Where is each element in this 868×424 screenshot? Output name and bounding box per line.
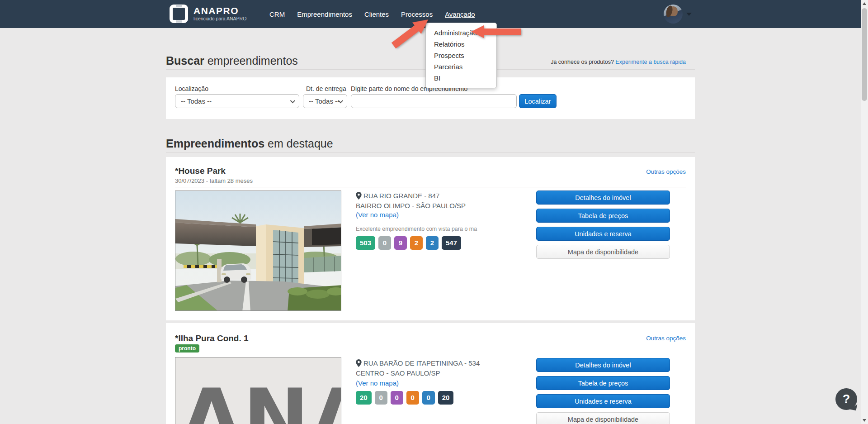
menu-item-bi[interactable]: BI [426, 72, 496, 84]
scrollbar-thumb[interactable] [862, 8, 867, 101]
property-photo-render [175, 191, 341, 311]
counter-badge: 0 [375, 391, 387, 405]
chevron-down-icon [686, 13, 692, 16]
counter-badge: 503 [356, 236, 375, 250]
unit-counters: 20 0 0 0 0 20 [356, 391, 453, 405]
address-line-1: RUA RIO GRANDE - 847 [356, 192, 439, 200]
property-photo-placeholder[interactable]: ANA [175, 357, 341, 424]
map-pin-icon [356, 192, 362, 200]
outras-opcoes-link[interactable]: Outras opções [646, 335, 686, 342]
help-button[interactable]: ? [835, 388, 857, 410]
scrollbar[interactable] [861, 0, 868, 424]
unidades-e-reserva-button[interactable]: Unidades e reserva [536, 394, 670, 408]
divider [175, 355, 686, 355]
scroll-up-arrow-icon[interactable] [861, 0, 868, 7]
promo-question: Já conhece os produtos? [551, 59, 615, 65]
unit-counters: 503 0 9 2 2 547 [356, 236, 461, 250]
avancado-dropdown-menu: Administração Relatórios Prospects Parce… [425, 23, 497, 88]
ver-no-mapa-link[interactable]: (Ver no mapa) [356, 379, 399, 387]
localizacao-select[interactable]: -- Todas -- [175, 94, 299, 108]
property-card: *Ilha Pura Cond. 1 pronto Outras opções … [166, 323, 695, 424]
counter-badge: 547 [442, 236, 461, 250]
menu-item-prospects[interactable]: Prospects [426, 50, 496, 61]
detalhes-do-imovel-button[interactable]: Detalhes do imóvel [536, 191, 670, 205]
anapro-logo-icon [170, 5, 188, 23]
outras-opcoes-link[interactable]: Outras opções [646, 168, 686, 175]
mapa-de-disponibilidade-button[interactable]: Mapa de disponibilidade [536, 245, 670, 259]
address-line-2: BAIRRO OLIMPO - SÃO PAULO/SP [356, 202, 466, 210]
street: RUA BARÃO DE ITAPETININGA - 534 [363, 359, 480, 367]
placeholder-logo-text: ANA [181, 378, 341, 424]
counter-badge: 0 [378, 236, 391, 250]
menu-item-administracao[interactable]: Administração [426, 27, 496, 38]
property-description: Excelente empreendimento com vista para … [356, 226, 477, 232]
map-pin-icon [356, 359, 362, 367]
brand-subtitle: licenciado para ANAPRO [193, 16, 246, 22]
chevron-down-icon [290, 98, 295, 103]
nav-item-avancado[interactable]: Avançado [445, 10, 475, 18]
divider [166, 152, 695, 153]
question-mark-icon: ? [843, 392, 850, 406]
status-badge: pronto [175, 344, 199, 353]
counter-badge: 2 [410, 236, 423, 250]
address-line-2: CENTRO - SAO PAULO/SP [356, 369, 440, 377]
delivery-date: 30/07/2023 - faltam 28 meses [175, 177, 253, 184]
scroll-down-arrow-icon[interactable] [861, 417, 868, 424]
counter-badge: 20 [356, 391, 372, 405]
localizacao-select-value: -- Todas -- [181, 97, 212, 105]
counter-badge: 20 [438, 391, 454, 405]
nav-item-crm[interactable]: CRM [269, 10, 285, 18]
nav-item-processos[interactable]: Processos [401, 10, 433, 18]
brand-logo[interactable]: ANAPRO licenciado para ANAPRO [170, 5, 246, 23]
avatar[interactable] [664, 5, 683, 24]
unidades-e-reserva-button[interactable]: Unidades e reserva [536, 227, 670, 241]
entrega-label: Dt. de entrega [306, 85, 346, 92]
address-line-1: RUA BARÃO DE ITAPETININGA - 534 [356, 359, 480, 367]
featured-title-bold: Empreendimentos [166, 137, 264, 150]
localizar-button[interactable]: Localizar [519, 94, 557, 108]
nav-item-clientes[interactable]: Clientes [364, 10, 389, 18]
divider [175, 187, 686, 187]
mapa-de-disponibilidade-button[interactable]: Mapa de disponibilidade [536, 412, 670, 424]
featured-title-rest: em destaque [264, 137, 333, 150]
localizacao-label: Localização [175, 85, 208, 92]
featured-section-title: Empreendimentos em destaque [166, 137, 333, 150]
menu-item-relatorios[interactable]: Relatórios [426, 38, 496, 50]
tabela-de-precos-button[interactable]: Tabela de preços [536, 209, 670, 223]
tabela-de-precos-button[interactable]: Tabela de preços [536, 376, 670, 390]
counter-badge: 0 [422, 391, 435, 405]
counter-badge: 2 [426, 236, 439, 250]
property-photo[interactable] [175, 191, 341, 311]
entrega-select-value: -- Todas -- [309, 97, 340, 105]
property-name: *Ilha Pura Cond. 1 [175, 333, 249, 343]
ver-no-mapa-link[interactable]: (Ver no mapa) [356, 211, 399, 219]
brand-name: ANAPRO [193, 6, 246, 16]
property-name: *House Park [175, 166, 226, 176]
detalhes-do-imovel-button[interactable]: Detalhes do imóvel [536, 358, 670, 372]
menu-item-parcerias[interactable]: Parcerias [426, 61, 496, 72]
counter-badge: 9 [394, 236, 407, 250]
page: ANAPRO licenciado para ANAPRO CRM Empree… [0, 0, 868, 424]
counter-badge: 0 [391, 391, 403, 405]
property-card: *House Park 30/07/2023 - faltam 28 meses… [166, 157, 695, 320]
entrega-select[interactable]: -- Todas -- [303, 94, 347, 108]
nav-item-empreendimentos[interactable]: Empreendimentos [297, 10, 352, 18]
street: RUA RIO GRANDE - 847 [363, 192, 439, 200]
quick-search-link[interactable]: Experimente a busca rápida [615, 59, 686, 65]
user-menu[interactable] [664, 5, 692, 24]
nome-input[interactable] [351, 94, 517, 108]
counter-badge: 0 [406, 391, 419, 405]
